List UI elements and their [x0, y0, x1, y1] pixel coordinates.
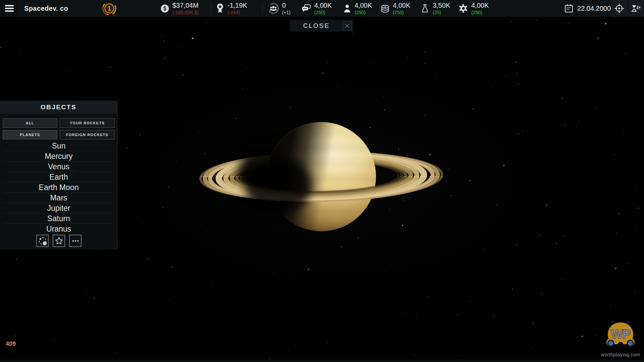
level-ring-icon: 1: [102, 1, 117, 16]
orbit-view-button[interactable]: [36, 235, 49, 247]
people-ring-icon: [268, 3, 279, 14]
list-item-jupiter[interactable]: Jupiter: [3, 203, 114, 214]
topbar-divider: [211, 3, 211, 14]
close-x-icon: [344, 23, 350, 29]
messages-value: 4,00K: [314, 2, 332, 9]
saturn-planet-view: [167, 110, 476, 244]
coins-value: 4,00K: [393, 2, 410, 9]
list-item-saturn[interactable]: Saturn: [3, 214, 114, 224]
dollar-coin-icon: $: [160, 4, 169, 13]
parts-delta: (250): [471, 10, 489, 15]
rating-delta: (-244): [227, 10, 247, 15]
list-item-uranus[interactable]: Uranus: [3, 224, 114, 234]
svg-text:WP: WP: [611, 327, 631, 341]
game-viewport: Spacedev. co 1 $ $37,04M (-185,00K $): [0, 0, 644, 362]
close-button[interactable]: [343, 21, 352, 30]
objects-panel: OBJECTS ALL YOUR ROCKETS PLANETS FOREIGN…: [0, 101, 117, 249]
parts-value: 4,00K: [471, 2, 489, 9]
center-view-button[interactable]: [611, 0, 627, 17]
menu-button[interactable]: [0, 0, 19, 17]
list-item-mars[interactable]: Mars: [3, 193, 114, 203]
watermark-url: worthplaying.com: [599, 352, 642, 357]
date-display: 22.04.2000: [564, 0, 611, 17]
filter-planets-button[interactable]: PLANETS: [3, 130, 57, 139]
company-title: Spacedev. co: [24, 0, 68, 17]
filter-your-rockets-button[interactable]: YOUR ROCKETS: [60, 118, 115, 128]
watermark: WP worthplaying.com: [599, 319, 642, 357]
svg-text:1+: 1+: [637, 5, 641, 9]
timer-notification-icon: 1+: [631, 3, 642, 13]
crosshair-icon: [614, 3, 625, 14]
stat-staff[interactable]: 4,00K (250): [343, 0, 372, 17]
objects-panel-title: OBJECTS: [0, 101, 117, 114]
list-item-earth-moon[interactable]: Earth Moon: [3, 182, 114, 193]
topbar-divider: [298, 3, 298, 14]
panel-toolbar: [36, 235, 82, 247]
filter-foreign-rockets-button[interactable]: FOREIGN ROCKETS: [60, 130, 115, 139]
chat-bubbles-icon: [301, 4, 311, 13]
date-text: 22.04.2000: [577, 5, 611, 12]
money-delta: (-185,00K $): [172, 10, 199, 15]
list-item-sun[interactable]: Sun: [3, 141, 114, 151]
stat-population[interactable]: 0 (+1): [268, 0, 290, 17]
stat-messages[interactable]: 4,00K (250): [301, 0, 332, 17]
saturn-illustration: [167, 110, 476, 244]
star-icon: [55, 237, 63, 245]
hamburger-icon: [5, 5, 14, 6]
gear-icon: [458, 3, 468, 13]
objects-filters: ALL YOUR ROCKETS PLANETS FOREIGN ROCKETS: [0, 114, 117, 144]
science-value: 3,50K: [433, 2, 450, 9]
stat-rating[interactable]: -1,19K (-244): [216, 0, 247, 17]
ellipsis-icon: [71, 237, 80, 245]
level-badge[interactable]: 1: [102, 1, 117, 16]
orbit-icon: [38, 237, 47, 245]
staff-delta: (250): [355, 10, 372, 15]
filter-all-button[interactable]: ALL: [3, 118, 57, 128]
money-value: $37,04M: [172, 2, 199, 9]
medal-icon: [216, 3, 224, 14]
notifications-button[interactable]: 1+: [629, 0, 644, 17]
svg-text:1: 1: [108, 5, 111, 12]
close-label: CLOSE: [290, 22, 343, 29]
worthplaying-logo: WP: [604, 319, 637, 350]
flask-icon: [420, 4, 430, 13]
staff-value: 4,00K: [355, 2, 372, 9]
rating-value: -1,19K: [227, 2, 247, 9]
coins-delta: (250): [393, 10, 410, 15]
stat-coins[interactable]: $ 4,00K (250): [380, 0, 410, 17]
list-item-earth[interactable]: Earth: [3, 172, 114, 182]
calendar-icon: [564, 4, 574, 13]
objects-list: Sun Mercury Venus Earth Earth Moon Mars …: [3, 141, 114, 234]
population-value: 0: [282, 2, 290, 9]
bottom-edge-strip: [0, 360, 644, 362]
debug-counter: 409: [6, 341, 16, 348]
stat-parts[interactable]: 4,00K (250): [458, 0, 489, 17]
person-icon: [343, 4, 352, 13]
topbar-divider: [262, 3, 263, 14]
more-options-button[interactable]: [69, 235, 82, 247]
stat-money[interactable]: $ $37,04M (-185,00K $): [160, 0, 199, 17]
svg-text:$: $: [163, 6, 166, 11]
favorites-button[interactable]: [53, 235, 65, 247]
science-delta: (25): [433, 10, 450, 15]
population-delta: (+1): [282, 10, 290, 15]
coin-stack-icon: $: [380, 4, 390, 13]
messages-delta: (250): [314, 10, 332, 15]
list-item-mercury[interactable]: Mercury: [3, 151, 114, 162]
stat-science[interactable]: 3,50K (25): [420, 0, 450, 17]
close-bar[interactable]: CLOSE: [290, 19, 354, 32]
topbar: Spacedev. co 1 $ $37,04M (-185,00K $): [0, 0, 644, 17]
list-item-venus[interactable]: Venus: [3, 162, 114, 172]
